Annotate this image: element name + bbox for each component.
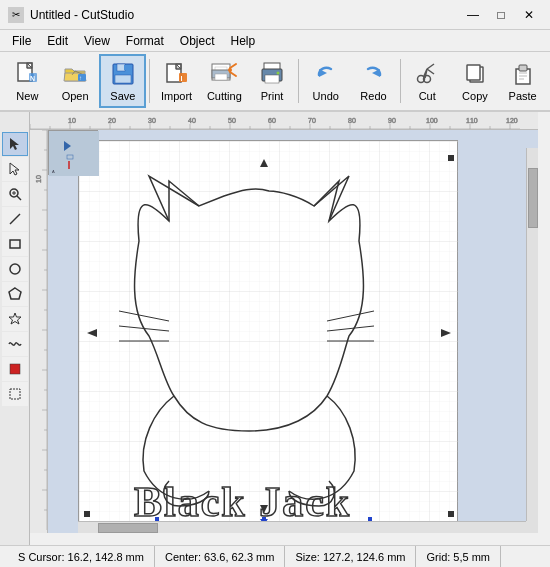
toolbar-undo[interactable]: Undo (302, 54, 349, 108)
status-cursor: S Cursor: 16.2, 142.8 mm (8, 546, 155, 567)
scrollbar-vertical[interactable] (526, 148, 538, 521)
new-icon: N (13, 60, 41, 88)
svg-point-18 (228, 68, 232, 72)
title-bar: ✂ Untitled - CutStudio — □ ✕ (0, 0, 550, 30)
menu-edit[interactable]: Edit (39, 30, 76, 51)
scroll-corner (526, 521, 538, 533)
svg-marker-73 (10, 138, 19, 150)
menu-help[interactable]: Help (223, 30, 264, 51)
svg-rect-28 (467, 65, 480, 80)
svg-rect-128 (84, 511, 90, 517)
toolbar-redo[interactable]: Redo (350, 54, 397, 108)
undo-icon (312, 60, 340, 88)
toolbar-save[interactable]: Save (99, 54, 146, 108)
scrollbar-horizontal-thumb[interactable] (98, 523, 158, 533)
svg-text:10: 10 (68, 117, 76, 124)
svg-marker-24 (372, 69, 380, 77)
tool-marquee[interactable] (2, 382, 28, 406)
tool-circle[interactable] (2, 257, 28, 281)
maximize-button[interactable]: □ (488, 4, 514, 26)
open-icon: ↑ (61, 60, 89, 88)
tool-select[interactable] (2, 132, 28, 156)
svg-point-22 (277, 72, 280, 75)
scrollbar-horizontal[interactable] (78, 521, 526, 533)
svg-text:A: A (52, 169, 55, 174)
svg-text:30: 30 (148, 117, 156, 124)
svg-rect-86 (10, 389, 20, 399)
drawing-page[interactable]: Black Jack (78, 140, 458, 530)
redo-label: Redo (360, 90, 386, 102)
status-bar: S Cursor: 16.2, 142.8 mm Center: 63.6, 6… (0, 545, 550, 567)
svg-line-76 (17, 196, 21, 200)
tool-polygon[interactable] (2, 282, 28, 306)
thumbnail-preview: A (48, 130, 98, 175)
tool-fill[interactable] (2, 357, 28, 381)
svg-text:10: 10 (35, 175, 42, 183)
tool-zoom[interactable] (2, 182, 28, 206)
status-center: Center: 63.6, 62.3 mm (155, 546, 285, 567)
toolbar-new[interactable]: N New (4, 54, 51, 108)
toolbar-import[interactable]: I Import (153, 54, 200, 108)
new-label: New (16, 90, 38, 102)
import-icon: I (163, 60, 191, 88)
svg-marker-74 (10, 163, 19, 175)
tool-node[interactable] (2, 157, 28, 181)
cutting-icon (210, 60, 238, 88)
scrollbar-vertical-thumb[interactable] (528, 168, 538, 228)
svg-point-81 (10, 264, 20, 274)
save-icon (109, 60, 137, 88)
tool-star[interactable] (2, 307, 28, 331)
svg-rect-129 (448, 511, 454, 517)
menu-format[interactable]: Format (118, 30, 172, 51)
toolbar-cut[interactable]: Cut (404, 54, 451, 108)
svg-text:80: 80 (348, 117, 356, 124)
undo-label: Undo (313, 90, 339, 102)
menu-object[interactable]: Object (172, 30, 223, 51)
toolbar-copy[interactable]: Copy (452, 54, 499, 108)
menu-view[interactable]: View (76, 30, 118, 51)
canvas-inner: A (48, 130, 538, 533)
tool-wave[interactable] (2, 332, 28, 356)
open-label: Open (62, 90, 89, 102)
ruler-top: 10 20 30 40 50 60 70 80 90 100 (30, 112, 538, 130)
tool-rect[interactable] (2, 232, 28, 256)
left-toolbar (0, 112, 30, 545)
svg-rect-114 (79, 141, 459, 531)
svg-marker-83 (9, 313, 21, 324)
svg-text:110: 110 (466, 117, 478, 124)
svg-line-79 (10, 214, 20, 224)
tool-line[interactable] (2, 207, 28, 231)
title-left: ✂ Untitled - CutStudio (8, 7, 134, 23)
svg-rect-21 (265, 75, 279, 83)
status-grid: Grid: 5,5 mm (416, 546, 501, 567)
svg-rect-84 (10, 364, 20, 374)
svg-rect-127 (448, 155, 454, 161)
svg-text:70: 70 (308, 117, 316, 124)
minimize-button[interactable]: — (460, 4, 486, 26)
toolbar-print[interactable]: Print (249, 54, 296, 108)
svg-rect-8 (115, 75, 131, 83)
svg-marker-82 (9, 288, 21, 299)
close-button[interactable]: ✕ (516, 4, 542, 26)
cut-icon (413, 60, 441, 88)
svg-rect-30 (519, 65, 527, 71)
svg-text:50: 50 (228, 117, 236, 124)
svg-text:N: N (30, 75, 35, 82)
svg-text:40: 40 (188, 117, 196, 124)
svg-text:I: I (180, 75, 182, 82)
svg-text:100: 100 (426, 117, 438, 124)
ruler-left: 10 (30, 130, 48, 533)
canvas-area[interactable]: A (48, 130, 538, 533)
svg-rect-80 (10, 240, 20, 248)
copy-icon (461, 60, 489, 88)
toolbar-cutting[interactable]: Cutting (201, 54, 248, 108)
toolbar-open[interactable]: ↑ Open (52, 54, 99, 108)
svg-text:20: 20 (108, 117, 116, 124)
window-title: Untitled - CutStudio (30, 8, 134, 22)
status-size: Size: 127.2, 124.6 mm (285, 546, 416, 567)
toolbar-paste[interactable]: Paste (499, 54, 546, 108)
svg-text:Black Jack: Black Jack (134, 479, 351, 525)
paste-icon (509, 60, 537, 88)
menu-file[interactable]: File (4, 30, 39, 51)
main-area: 10 20 30 40 50 60 70 80 90 100 (0, 112, 550, 545)
